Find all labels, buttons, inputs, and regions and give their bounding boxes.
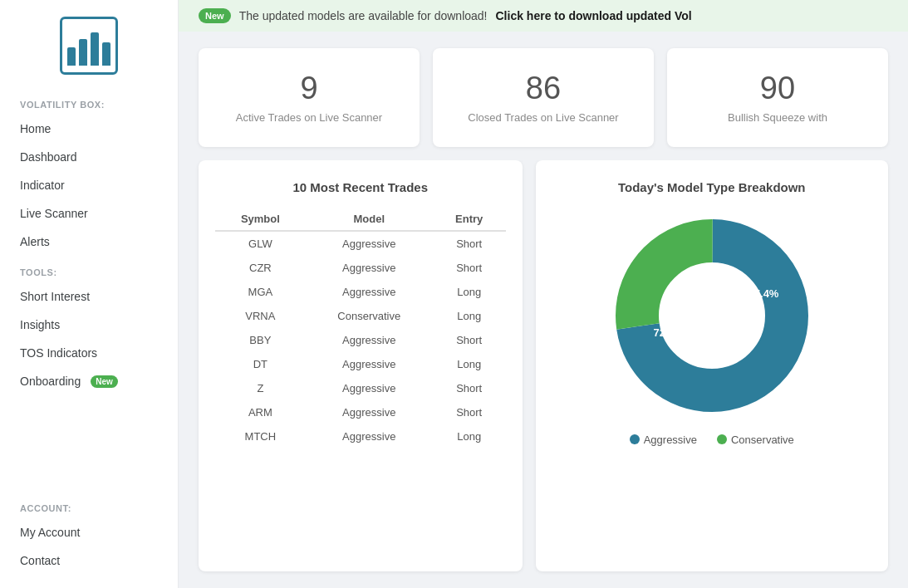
cell-model: Aggressive [306,424,433,448]
sidebar-item-live-scanner-label: Live Scanner [20,207,88,220]
banner-new-badge: New [199,8,231,23]
col-model: Model [306,208,433,231]
col-entry: Entry [433,208,506,231]
sidebar-logo [0,0,178,88]
sidebar-item-contact[interactable]: Contact [0,546,178,575]
cell-model: Aggressive [306,256,433,280]
chart-card: Today's Model Type Breakdown 72.6% 27.4% [536,160,888,571]
trades-card: 10 Most Recent Trades Symbol Model Entry… [199,160,523,571]
bullish-label: Bullish Squeeze with [684,111,871,124]
cell-symbol: MGA [215,280,306,304]
cell-model: Conservative [306,304,433,328]
table-row: MGAAggressiveLong [215,280,506,304]
cell-symbol: GLW [215,231,306,256]
sidebar-item-onboarding[interactable]: Onboarding New [0,367,178,395]
sidebar-item-my-account-label: My Account [20,526,80,539]
donut-chart-container: 72.6% 27.4% [604,208,820,424]
cell-model: Aggressive [306,280,433,304]
cell-entry: Long [433,424,506,448]
sidebar-item-indicator-label: Indicator [20,179,65,192]
table-row: CZRAggressiveShort [215,256,506,280]
sidebar-item-contact-label: Contact [20,554,60,567]
sidebar-bottom: ACCOUNT: My Account Contact [0,492,178,588]
sidebar-item-onboarding-label: Onboarding [20,375,81,388]
legend-conservative: Conservative [717,434,794,446]
main-content: New The updated models are available for… [179,0,908,588]
stat-card-bullish: 90 Bullish Squeeze with [667,48,888,147]
cell-entry: Long [433,352,506,376]
logo-bar-1 [67,47,76,66]
active-trades-number: 9 [215,71,403,106]
table-row: BBYAggressiveShort [215,328,506,352]
closed-trades-number: 86 [449,71,637,106]
sidebar-item-home-label: Home [20,122,51,135]
top-banner: New The updated models are available for… [179,0,908,32]
cell-symbol: VRNA [215,304,306,328]
sidebar-item-insights[interactable]: Insights [0,311,178,339]
cell-symbol: MTCH [215,424,306,448]
logo-bar-2 [79,39,87,66]
sidebar-item-indicator[interactable]: Indicator [0,171,178,199]
banner-link[interactable]: Click here to download updated Vol [496,9,692,22]
cell-symbol: Z [215,376,306,400]
closed-trades-label: Closed Trades on Live Scanner [449,111,637,124]
table-row: ARMAggressiveShort [215,400,506,424]
table-row: DTAggressiveLong [215,352,506,376]
logo-bar-3 [91,32,99,66]
sidebar-section-account: ACCOUNT: [0,492,178,518]
stat-card-active: 9 Active Trades on Live Scanner [199,48,420,147]
cell-entry: Short [433,376,506,400]
sidebar-item-tos-indicators-label: TOS Indicators [20,346,97,360]
aggressive-legend-label: Aggressive [644,434,697,446]
cell-symbol: ARM [215,400,306,424]
sidebar-section-vb: VOLATILITY BOX: [0,88,178,115]
bullish-number: 90 [684,71,871,106]
sidebar-item-live-scanner[interactable]: Live Scanner [0,199,178,228]
cell-entry: Long [433,280,506,304]
cell-entry: Short [433,400,506,424]
active-trades-label: Active Trades on Live Scanner [215,111,403,124]
sidebar-item-home[interactable]: Home [0,115,178,143]
sidebar: VOLATILITY BOX: Home Dashboard Indicator… [0,0,179,588]
sidebar-item-alerts[interactable]: Alerts [0,228,178,256]
cell-symbol: DT [215,352,306,376]
sidebar-item-dashboard-label: Dashboard [20,150,77,164]
stat-card-closed: 86 Closed Trades on Live Scanner [433,48,654,147]
bottom-row: 10 Most Recent Trades Symbol Model Entry… [179,160,908,588]
cell-entry: Short [433,256,506,280]
cell-symbol: CZR [215,256,306,280]
trades-card-title: 10 Most Recent Trades [215,180,506,194]
cell-model: Aggressive [306,328,433,352]
donut-svg: 72.6% 27.4% [604,208,820,424]
cell-model: Aggressive [306,352,433,376]
conservative-legend-label: Conservative [731,434,794,446]
trades-table: Symbol Model Entry GLWAggressiveShortCZR… [215,208,506,448]
table-row: ZAggressiveShort [215,376,506,400]
sidebar-item-short-interest[interactable]: Short Interest [0,282,178,311]
sidebar-item-dashboard[interactable]: Dashboard [0,143,178,171]
sidebar-item-my-account[interactable]: My Account [0,518,178,546]
banner-text: The updated models are available for dow… [239,9,488,22]
chart-title: Today's Model Type Breakdown [618,180,806,194]
aggressive-dot [630,434,640,444]
sidebar-item-insights-label: Insights [20,318,60,331]
cell-entry: Long [433,304,506,328]
logo-bar-4 [102,42,110,66]
sidebar-item-tos-indicators[interactable]: TOS Indicators [0,339,178,367]
aggressive-pct-label: 72.6% [653,326,684,339]
logo-icon [60,17,118,75]
cell-entry: Short [433,328,506,352]
legend-aggressive: Aggressive [630,434,697,446]
sidebar-item-alerts-label: Alerts [20,235,50,248]
donut-center [662,266,762,365]
onboarding-new-badge: New [91,375,118,388]
col-symbol: Symbol [215,208,306,231]
conservative-dot [717,434,727,444]
cell-entry: Short [433,231,506,256]
table-row: MTCHAggressiveLong [215,424,506,448]
chart-legend: Aggressive Conservative [630,434,794,446]
sidebar-section-tools: TOOLS: [0,256,178,282]
cell-model: Aggressive [306,231,433,256]
cell-symbol: BBY [215,328,306,352]
cell-model: Aggressive [306,400,433,424]
